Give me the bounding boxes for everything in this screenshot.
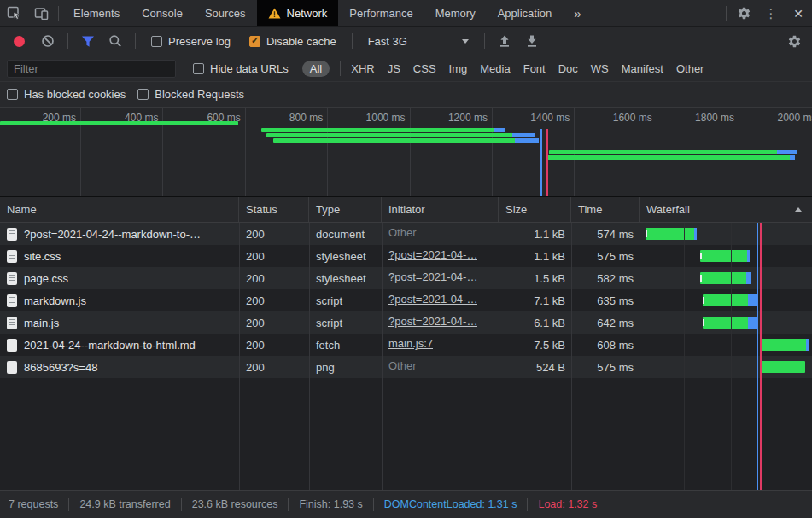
filter-type-xhr[interactable]: XHR <box>351 62 374 75</box>
request-size: 524 B <box>499 361 571 374</box>
filter-input[interactable] <box>7 60 176 78</box>
import-har-icon[interactable] <box>494 30 516 52</box>
has-blocked-cookies-toggle[interactable]: Has blocked cookies <box>7 88 126 101</box>
search-icon[interactable] <box>104 30 126 52</box>
column-header-status[interactable]: Status <box>239 197 309 222</box>
more-tabs-chevron-icon: » <box>574 6 581 20</box>
request-status: 200 <box>239 361 309 374</box>
divider <box>135 33 136 49</box>
throttling-dropdown[interactable]: Fast 3G <box>368 35 469 48</box>
filter-type-ws[interactable]: WS <box>591 62 609 75</box>
request-time: 608 ms <box>571 339 640 352</box>
request-row[interactable]: main.js 200 script ?post=2021-04-… 6.1 k… <box>0 311 812 334</box>
request-time: 575 ms <box>571 250 640 263</box>
requests-table-body: ?post=2021-04-24--markdown-to-… 200 docu… <box>0 223 812 490</box>
request-size: 6.1 kB <box>499 317 571 329</box>
request-row[interactable]: page.css 200 stylesheet ?post=2021-04-… … <box>0 267 812 289</box>
filter-icon[interactable] <box>77 30 99 52</box>
preserve-log-toggle[interactable]: Preserve log <box>151 35 231 48</box>
column-header-type[interactable]: Type <box>309 197 382 222</box>
network-settings-gear-icon[interactable] <box>783 30 805 52</box>
tab-console[interactable]: Console <box>131 0 194 26</box>
summary-status-bar: 7 requests 24.9 kB transferred 23.6 kB r… <box>0 490 812 518</box>
request-initiator[interactable]: ?post=2021-04-… <box>388 315 477 328</box>
request-name: site.css <box>24 250 61 263</box>
kebab-menu-icon[interactable]: ⋮ <box>757 0 785 26</box>
tab-elements[interactable]: Elements <box>62 0 131 26</box>
filter-type-css[interactable]: CSS <box>413 62 436 75</box>
request-waterfall-cell <box>640 245 812 267</box>
request-name: ?post=2021-04-24--markdown-to-… <box>24 228 201 241</box>
inspect-element-icon[interactable] <box>0 0 27 26</box>
request-row[interactable]: 2021-04-24--markdown-to-html.md 200 fetc… <box>0 334 812 356</box>
disable-cache-toggle[interactable]: Disable cache <box>249 35 336 48</box>
more-tabs-button[interactable]: » <box>563 0 592 26</box>
request-initiator[interactable]: ?post=2021-04-… <box>388 248 477 261</box>
overview-request-bar <box>261 128 505 132</box>
sort-ascending-icon <box>795 207 802 212</box>
request-time: 582 ms <box>571 272 640 285</box>
export-har-icon[interactable] <box>521 30 543 52</box>
hide-data-urls-checkbox[interactable] <box>193 63 204 74</box>
network-overview-timeline[interactable]: 200 ms 400 ms 600 ms 800 ms 1000 ms 1200… <box>0 108 812 197</box>
filter-type-all[interactable]: All <box>302 61 330 77</box>
device-toolbar-icon[interactable] <box>27 0 55 26</box>
filter-type-font[interactable]: Font <box>523 62 546 75</box>
divider <box>340 61 341 76</box>
record-button[interactable] <box>14 36 25 47</box>
tab-sources[interactable]: Sources <box>194 0 257 26</box>
overview-request-bar <box>549 150 797 154</box>
warning-icon <box>268 8 281 19</box>
request-row[interactable]: 8685693?s=48 200 png Other 524 B 575 ms <box>0 356 812 378</box>
timeline-tick: 800 ms <box>246 108 328 196</box>
tab-performance[interactable]: Performance <box>338 0 424 26</box>
disable-cache-checkbox[interactable] <box>249 36 260 47</box>
has-blocked-cookies-checkbox[interactable] <box>7 89 18 100</box>
request-initiator[interactable]: main.js:7 <box>388 337 433 350</box>
column-header-size[interactable]: Size <box>499 197 571 222</box>
settings-gear-icon[interactable] <box>730 0 757 26</box>
tab-application[interactable]: Application <box>487 0 564 26</box>
filter-type-manifest[interactable]: Manifest <box>622 62 663 75</box>
divider <box>726 6 727 21</box>
request-initiator[interactable]: ?post=2021-04-… <box>388 271 477 283</box>
filter-type-media[interactable]: Media <box>480 62 510 75</box>
blocked-requests-checkbox[interactable] <box>137 89 149 100</box>
close-icon[interactable]: ✕ <box>785 0 812 26</box>
preserve-log-checkbox[interactable] <box>151 36 162 47</box>
column-header-time[interactable]: Time <box>571 197 640 222</box>
blocked-requests-label: Blocked Requests <box>155 88 244 101</box>
blocked-filters-bar: Has blocked cookies Blocked Requests <box>0 82 812 108</box>
request-initiator[interactable]: ?post=2021-04-… <box>388 293 477 306</box>
column-header-initiator[interactable]: Initiator <box>382 197 499 222</box>
column-header-name[interactable]: Name <box>0 197 239 222</box>
overview-request-bar <box>273 138 539 143</box>
tab-network[interactable]: Network <box>257 0 339 26</box>
divider <box>181 498 182 511</box>
filter-type-other[interactable]: Other <box>676 62 704 75</box>
request-size: 7.1 kB <box>499 294 571 307</box>
request-type: fetch <box>309 339 382 352</box>
request-initiator[interactable]: Other <box>388 226 417 239</box>
domcontentloaded-time: DOMContentLoaded: 1.31 s <box>384 498 517 510</box>
filter-type-js[interactable]: JS <box>388 62 400 75</box>
column-header-waterfall[interactable]: Waterfall <box>640 197 812 222</box>
request-row[interactable]: ?post=2021-04-24--markdown-to-… 200 docu… <box>0 223 812 245</box>
filter-type-doc[interactable]: Doc <box>558 62 578 75</box>
request-initiator[interactable]: Other <box>388 359 417 372</box>
throttling-value: Fast 3G <box>368 35 407 48</box>
clear-icon[interactable] <box>37 30 59 52</box>
request-size: 7.5 kB <box>499 339 571 352</box>
request-row[interactable]: markdown.js 200 script ?post=2021-04-… 7… <box>0 289 812 311</box>
request-size: 1.1 kB <box>499 228 571 241</box>
blocked-requests-toggle[interactable]: Blocked Requests <box>137 88 244 101</box>
request-type: document <box>309 228 382 241</box>
hide-data-urls-toggle[interactable]: Hide data URLs <box>193 62 289 75</box>
divider <box>68 498 69 511</box>
request-waterfall-cell <box>640 267 812 289</box>
filter-type-img[interactable]: Img <box>449 62 468 75</box>
request-name: 8685693?s=48 <box>24 361 97 374</box>
request-row[interactable]: site.css 200 stylesheet ?post=2021-04-… … <box>0 245 812 267</box>
tab-memory[interactable]: Memory <box>424 0 487 26</box>
file-icon <box>7 250 17 263</box>
